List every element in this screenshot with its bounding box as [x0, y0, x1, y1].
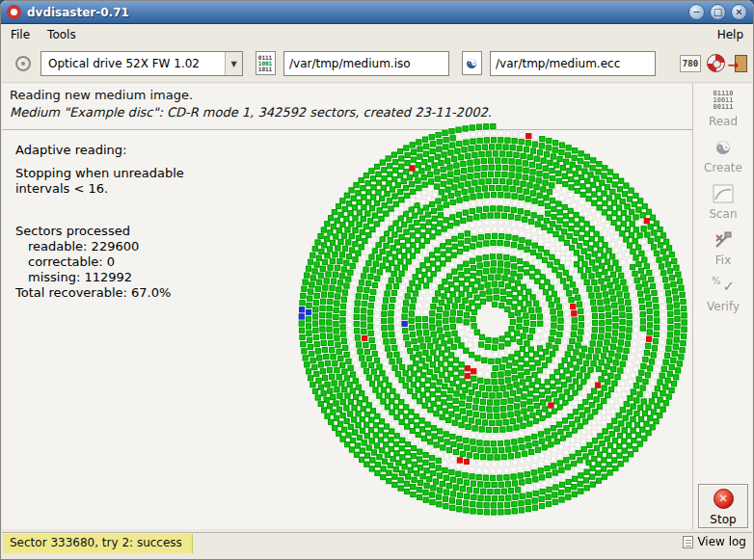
minimize-button[interactable]: −	[688, 4, 705, 20]
scan-button[interactable]: Scan	[698, 179, 748, 224]
exit-door-icon: →	[735, 55, 747, 72]
menu-tools[interactable]: Tools	[39, 26, 85, 43]
quit-button[interactable]: →	[729, 50, 752, 76]
toolbar: Optical drive 52X FW 1.02 ▼ 0111 1001 10…	[2, 44, 752, 83]
sectors-correctable: correctable: 0	[15, 254, 184, 270]
read-binary-icon: 01110 10011 00111	[713, 91, 733, 111]
iso-image-icon-button[interactable]: 0111 1001 1011	[251, 49, 280, 77]
menu-help[interactable]: Help	[709, 26, 752, 43]
fix-label: Fix	[698, 253, 748, 267]
menu-file[interactable]: File	[2, 26, 39, 43]
preferences-icon: 780	[680, 55, 701, 72]
action-sidebar: 01110 10011 00111 Read ☯ Create Scan	[692, 84, 752, 529]
disc-spiral-visualization	[294, 120, 695, 521]
window-title: dvdisaster-0.71	[27, 6, 688, 19]
scan-curve-icon	[713, 184, 734, 203]
read-button[interactable]: 01110 10011 00111 Read	[698, 87, 748, 131]
read-label: Read	[698, 115, 748, 128]
total-recoverable: Total recoverable: 67.0%	[15, 285, 184, 301]
disc-spiral-container	[294, 120, 695, 521]
stop-button[interactable]: ✕ Stop	[698, 484, 748, 528]
statusbar: Sector 333680, try 2: success View log	[2, 532, 752, 553]
ecc-file-icon: ☯	[462, 51, 482, 75]
adaptive-reading-title: Adaptive reading:	[15, 143, 184, 158]
ecc-file-icon-button[interactable]: ☯	[457, 49, 486, 77]
verify-button[interactable]: % ✓ Verify	[698, 272, 748, 316]
iso-path-input[interactable]	[283, 51, 449, 76]
sectors-readable: readable: 229600	[15, 239, 184, 254]
sectors-processed-title: Sectors processed	[15, 224, 184, 239]
preferences-button[interactable]: 780	[679, 50, 702, 76]
menubar: File Tools Help	[2, 25, 752, 44]
lifesaver-icon	[707, 54, 725, 72]
app-window: dvdisaster-0.71 − □ ✕ File Tools Help Op…	[0, 0, 754, 560]
chevron-down-icon: ▼	[225, 52, 242, 75]
fix-tools-icon	[713, 230, 734, 250]
drive-select-icon-button[interactable]	[10, 50, 37, 77]
medium-info-line: Medium "Example disc": CD-R mode 1, 3425…	[10, 105, 492, 120]
drive-select-value: Optical drive 52X FW 1.02	[41, 57, 225, 70]
create-yinyang-icon: ☯	[714, 138, 731, 157]
verify-label: Verify	[698, 300, 748, 313]
ecc-path-input[interactable]	[490, 51, 656, 76]
fix-button[interactable]: Fix	[698, 226, 748, 270]
iso-file-icon: 0111 1001 1011	[256, 51, 276, 75]
create-label: Create	[698, 161, 748, 174]
close-button[interactable]: ✕	[731, 4, 747, 20]
view-log-button[interactable]: View log	[683, 535, 746, 548]
reading-info-panel: Adaptive reading: Stopping when unreadab…	[15, 143, 184, 301]
titlebar[interactable]: dvdisaster-0.71 − □ ✕	[1, 1, 753, 24]
adaptive-reading-line1: Stopping when unreadable	[15, 166, 184, 181]
status-headline: Reading new medium image.	[10, 88, 193, 102]
create-button[interactable]: ☯ Create	[698, 133, 748, 177]
adaptive-reading-line2: intervals < 16.	[15, 181, 184, 197]
sectors-missing: missing: 112992	[15, 270, 184, 285]
stop-x-icon: ✕	[714, 489, 734, 509]
disc-drive-icon	[15, 56, 31, 71]
view-log-label: View log	[697, 535, 746, 548]
verify-check-icon: % ✓	[712, 276, 735, 297]
main-content: Reading new medium image. Medium "Exampl…	[2, 84, 752, 529]
scan-label: Scan	[698, 207, 748, 221]
status-message: Sector 333680, try 2: success	[3, 534, 193, 553]
maximize-button[interactable]: □	[710, 4, 726, 20]
app-icon	[7, 5, 21, 19]
drive-select-dropdown[interactable]: Optical drive 52X FW 1.02 ▼	[40, 51, 243, 76]
stop-label: Stop	[699, 513, 747, 526]
log-page-icon	[683, 536, 693, 548]
help-manual-button[interactable]	[704, 50, 727, 76]
